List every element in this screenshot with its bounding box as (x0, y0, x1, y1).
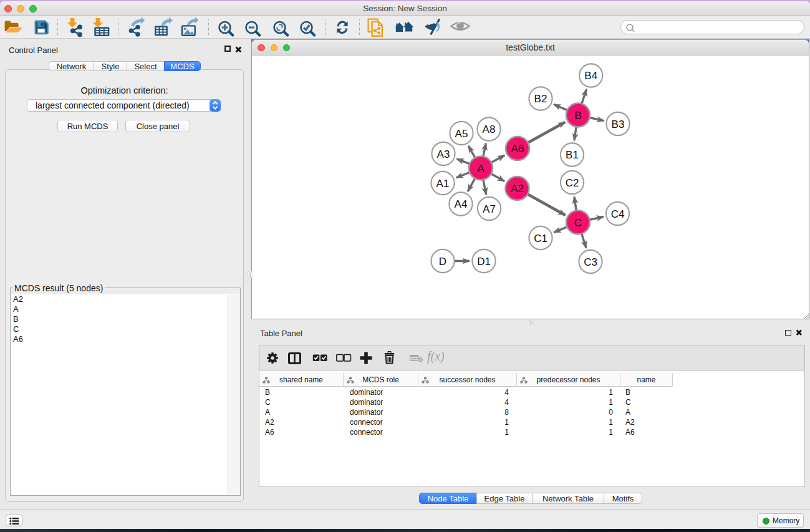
svg-text:C2: C2 (566, 177, 579, 189)
svg-text:D1: D1 (477, 256, 491, 268)
svg-text:C4: C4 (611, 208, 625, 220)
svg-text:C3: C3 (584, 256, 597, 268)
svg-text:A2: A2 (511, 183, 524, 195)
svg-text:B: B (574, 110, 581, 122)
svg-text:A8: A8 (483, 123, 496, 135)
svg-text:A7: A7 (483, 203, 496, 215)
svg-text:D: D (439, 256, 446, 268)
svg-text:B3: B3 (612, 118, 625, 130)
svg-text:A6: A6 (511, 143, 524, 155)
svg-text:A5: A5 (455, 128, 468, 140)
svg-text:B4: B4 (584, 70, 597, 82)
svg-text:A1: A1 (436, 178, 450, 190)
svg-text:C1: C1 (534, 233, 547, 244)
svg-text:B2: B2 (534, 93, 547, 105)
svg-text:A3: A3 (437, 148, 450, 160)
svg-text:A: A (477, 163, 485, 175)
svg-text:A4: A4 (455, 198, 468, 210)
svg-text:C: C (574, 217, 582, 229)
svg-text:B1: B1 (566, 149, 579, 161)
